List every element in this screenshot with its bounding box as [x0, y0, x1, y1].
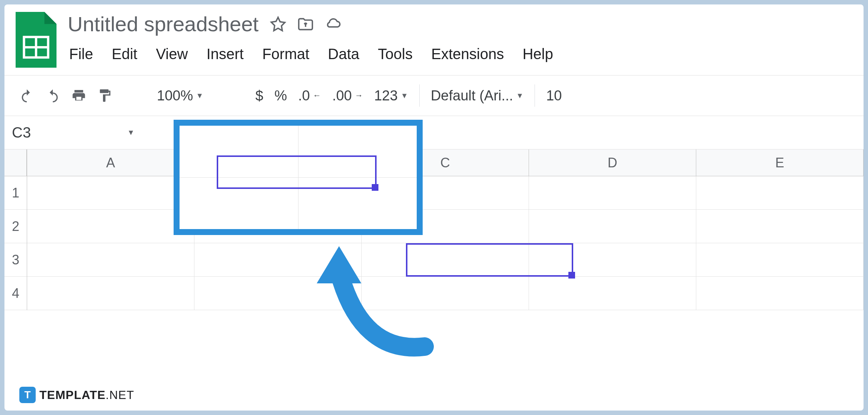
cell-e1[interactable] — [696, 176, 864, 209]
cloud-status-icon[interactable] — [325, 16, 341, 32]
chevron-down-icon: ▼ — [196, 91, 203, 100]
cell-d3[interactable] — [529, 243, 696, 276]
font-size[interactable]: 10 — [546, 88, 562, 104]
cell-e4[interactable] — [696, 277, 864, 310]
row-4 — [27, 277, 864, 310]
menu-view[interactable]: View — [154, 44, 189, 65]
row-header-4[interactable]: 4 — [4, 277, 27, 310]
cell-a1[interactable] — [27, 176, 194, 209]
col-header-a[interactable]: A — [27, 149, 194, 176]
column-headers: A B C D E — [27, 149, 864, 176]
annotation-arrow-icon — [294, 235, 443, 365]
cell-d4[interactable] — [529, 277, 696, 310]
formula-bar-row: C3 ▼ — [4, 116, 864, 149]
menu-tools[interactable]: Tools — [377, 44, 414, 65]
cell-e2[interactable] — [696, 210, 864, 243]
redo-icon[interactable] — [45, 88, 60, 103]
row-1 — [27, 176, 864, 210]
sheets-logo-icon[interactable] — [16, 12, 57, 68]
menu-format[interactable]: Format — [261, 44, 311, 65]
app-window: Untitled spreadsheet File Edit View Inse… — [4, 4, 864, 411]
cell-a2[interactable] — [27, 210, 194, 243]
header: Untitled spreadsheet File Edit View Inse… — [4, 4, 864, 68]
zoom-value: 100% — [157, 88, 193, 104]
chevron-down-icon: ▼ — [401, 91, 408, 100]
cell-d1[interactable] — [529, 176, 696, 209]
zoom-selector[interactable]: 100% ▼ — [157, 88, 203, 104]
name-box-value: C3 — [12, 124, 31, 141]
header-content: Untitled spreadsheet File Edit View Inse… — [68, 12, 852, 65]
watermark-text: TEMPLATE.NET — [39, 388, 134, 402]
chevron-down-icon: ▼ — [516, 91, 523, 100]
name-box[interactable]: C3 ▼ — [4, 124, 146, 141]
title-row: Untitled spreadsheet — [68, 12, 852, 36]
cell-e3[interactable] — [696, 243, 864, 276]
document-title[interactable]: Untitled spreadsheet — [68, 12, 259, 36]
callout-selection-handle — [372, 184, 378, 191]
row-header-1[interactable]: 1 — [4, 176, 27, 210]
separator — [419, 84, 420, 107]
print-icon[interactable] — [71, 88, 86, 103]
menu-data[interactable]: Data — [326, 44, 361, 65]
move-folder-icon[interactable] — [297, 16, 314, 32]
format-percent[interactable]: % — [274, 88, 287, 104]
separator — [535, 84, 535, 107]
star-icon[interactable] — [270, 16, 286, 32]
row-headers: 1 2 3 4 — [4, 149, 27, 310]
number-format-selector[interactable]: 123 ▼ — [374, 88, 408, 104]
row-3 — [27, 243, 864, 277]
menu-extensions[interactable]: Extensions — [430, 44, 506, 65]
annotation-callout — [174, 120, 423, 235]
watermark: T TEMPLATE.NET — [19, 387, 134, 403]
menu-insert[interactable]: Insert — [205, 44, 245, 65]
menu-edit[interactable]: Edit — [110, 44, 139, 65]
cell-a4[interactable] — [27, 277, 194, 310]
row-header-3[interactable]: 3 — [4, 243, 27, 277]
row-2 — [27, 210, 864, 243]
cell-a3[interactable] — [27, 243, 194, 276]
watermark-badge-icon: T — [19, 387, 36, 403]
increase-decimal[interactable]: .00→ — [332, 88, 363, 104]
undo-icon[interactable] — [19, 88, 34, 103]
menubar: File Edit View Insert Format Data Tools … — [68, 44, 852, 65]
columns-area: A B C D E — [27, 149, 864, 310]
col-header-d[interactable]: D — [529, 149, 696, 176]
chevron-down-icon: ▼ — [127, 128, 135, 137]
font-selector[interactable]: Default (Ari... ▼ — [431, 88, 524, 104]
svg-marker-3 — [317, 246, 361, 283]
col-header-e[interactable]: E — [696, 149, 864, 176]
menu-help[interactable]: Help — [521, 44, 555, 65]
format-currency[interactable]: $ — [255, 88, 263, 104]
menu-file[interactable]: File — [68, 44, 94, 65]
callout-selection — [217, 155, 377, 189]
decrease-decimal[interactable]: .0← — [298, 88, 321, 104]
paint-format-icon[interactable] — [97, 88, 112, 103]
cell-d2[interactable] — [529, 210, 696, 243]
toolbar: 100% ▼ $ % .0← .00→ 123 ▼ Default (Ari..… — [4, 75, 864, 116]
select-all-corner[interactable] — [4, 149, 27, 176]
row-header-2[interactable]: 2 — [4, 210, 27, 243]
